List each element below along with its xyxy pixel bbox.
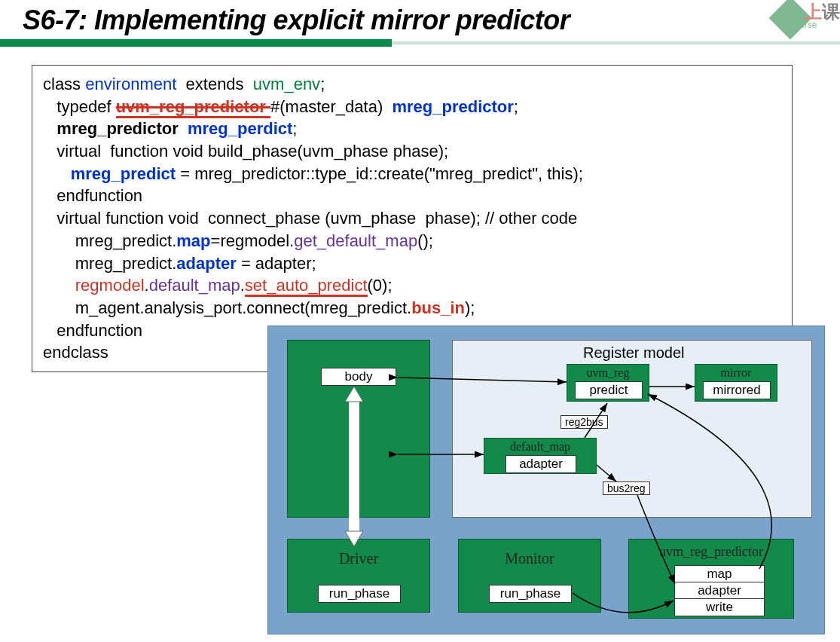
mirror-label: mirror	[695, 366, 777, 380]
code-l4: virtual function void build_phase(uvm_ph…	[43, 140, 784, 163]
predictor-map: map	[674, 565, 765, 583]
bus2reg-tag: bus2reg	[603, 482, 650, 495]
slide-title: S6-7: Implementing explicit mirror predi…	[0, 0, 840, 36]
code-l9a: mreg_predict.	[43, 254, 176, 273]
mirror-box: mirror mirrored	[695, 364, 777, 402]
code-l1e: ;	[320, 75, 325, 93]
code-l2e: ;	[514, 97, 518, 116]
driver-run-phase: run_phase	[318, 585, 401, 603]
default-map-label: default_map	[484, 440, 596, 454]
driver-label: Driver	[288, 550, 429, 567]
code-l5a	[43, 164, 71, 183]
code-l8d: get_default_map	[294, 231, 417, 250]
code-l10f-underline: set_auto_predict	[245, 276, 368, 297]
code-l9c: = adapter;	[237, 254, 316, 273]
predictor-adapter: adapter	[674, 582, 765, 600]
body-label: body	[321, 368, 396, 386]
mirrored-label: mirrored	[703, 381, 771, 399]
code-l1b: environment	[85, 75, 176, 93]
code-l2d: mreg_predictor	[392, 97, 513, 116]
code-l2a: typedef	[43, 97, 116, 116]
watermark-logo: 上 课 irse	[769, 0, 840, 36]
monitor-run-phase: run_phase	[489, 585, 572, 603]
code-l8b: map	[176, 231, 210, 250]
code-l8c: =regmodel.	[211, 231, 295, 250]
code-l10b: regmodel	[75, 276, 145, 295]
code-l10e: .	[240, 276, 245, 295]
register-model-title: Register model	[583, 344, 685, 362]
code-l7: virtual function void connect_phase (uvm…	[43, 207, 784, 230]
predictor-write: write	[674, 598, 765, 616]
default-map-box: default_map adapter	[484, 438, 597, 474]
code-l10a	[43, 276, 75, 295]
uvm-reg-label: uvm_reg	[567, 366, 649, 380]
driver-box: Driver run_phase	[287, 539, 430, 613]
title-underline	[0, 39, 840, 47]
monitor-box: Monitor run_phase	[458, 539, 601, 613]
code-l6: endfunction	[43, 185, 784, 207]
code-l11c: );	[465, 298, 475, 317]
code-l2c: #(master_data)	[270, 97, 392, 116]
code-l3a	[43, 119, 57, 138]
code-l1d: uvm_env	[253, 75, 320, 93]
adapter-label: adapter	[506, 455, 576, 473]
code-l3b: mreg_predictor	[57, 119, 188, 138]
uvm-reg-predictor-box: uvm_reg_predictor map adapter write	[628, 539, 794, 619]
body-container: body	[287, 340, 430, 518]
code-l8e: ();	[417, 231, 433, 250]
code-l1a: class	[43, 75, 85, 93]
code-l3c: mreg_perdict	[188, 119, 292, 138]
code-l5b: mreg_predict	[71, 164, 176, 183]
code-l10d: default_map	[149, 276, 240, 295]
uvm-reg-box: uvm_reg predict	[567, 364, 649, 402]
monitor-label: Monitor	[459, 550, 600, 567]
code-l2b-strike: uvm_reg_predictor	[116, 97, 270, 118]
code-l5c: = mreg_predictor::type_id::create("mreg_…	[176, 164, 583, 183]
code-l10g: (0);	[368, 276, 393, 295]
code-l1c: extends	[176, 75, 253, 93]
code-l3d: ;	[292, 119, 297, 138]
code-l11a: m_agent.analysis_port.connect(mreg_predi…	[43, 298, 411, 317]
block-diagram: Register model body uvm_reg predict mirr…	[267, 326, 825, 634]
logo-char-2: 课	[822, 0, 840, 24]
code-l8a: mreg_predict.	[43, 231, 176, 250]
uvm-reg-predictor-label: uvm_reg_predictor	[629, 544, 793, 560]
logo-sub: irse	[802, 20, 817, 30]
code-l11b: bus_in	[411, 298, 465, 317]
reg2bus-tag: reg2bus	[561, 415, 608, 429]
predict-label: predict	[575, 381, 643, 399]
code-l9b: adapter	[176, 254, 236, 273]
